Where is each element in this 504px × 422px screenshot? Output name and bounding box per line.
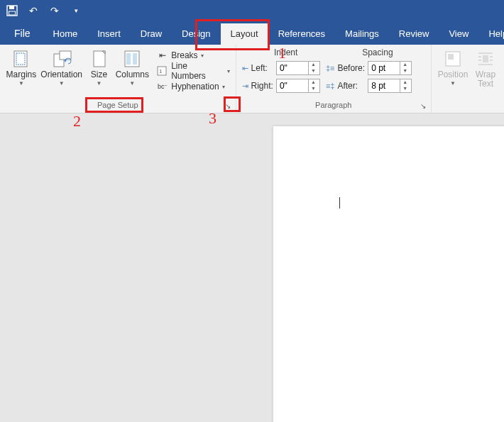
page-setup-dialog-launcher[interactable]: ↘ <box>223 101 233 111</box>
spin-down-icon[interactable]: ▼ <box>400 86 410 92</box>
indent-left-field[interactable] <box>277 62 308 74</box>
spin-up-icon[interactable]: ▲ <box>309 79 318 86</box>
annotation-number-2: 2 <box>73 112 81 131</box>
tab-help[interactable]: Help <box>478 23 504 45</box>
spacing-before-input[interactable]: ▲▼ <box>368 61 412 75</box>
svg-rect-2 <box>9 11 16 15</box>
position-icon <box>444 49 461 69</box>
indent-left-icon: ⇤ <box>242 64 248 73</box>
save-icon[interactable] <box>6 4 18 17</box>
indent-right-icon: ⇥ <box>242 82 248 91</box>
line-numbers-label: Line Numbers <box>171 61 224 81</box>
spacing-before-label: Before: <box>337 63 365 73</box>
chevron-down-icon: ▼ <box>18 80 24 87</box>
spin-up-icon[interactable]: ▲ <box>400 79 410 86</box>
line-numbers-button[interactable]: 1 Line Numbers ▾ <box>155 63 231 79</box>
group-label-page-setup: Page Setup ↘ <box>0 100 236 113</box>
columns-label: Columns <box>116 70 149 79</box>
size-label: Size <box>91 70 107 79</box>
margins-label: Margins <box>6 70 37 79</box>
spacing-after-field[interactable] <box>368 79 400 92</box>
tab-references[interactable]: References <box>268 23 335 45</box>
customize-qat-icon[interactable]: ▾ <box>70 4 82 17</box>
chevron-down-icon: ▼ <box>450 80 456 87</box>
svg-rect-17 <box>448 54 454 60</box>
redo-icon[interactable]: ↷ <box>48 4 61 17</box>
quick-access-toolbar: ↶ ↷ ▾ <box>0 0 504 21</box>
annotation-number-1: 1 <box>278 44 286 62</box>
group-paragraph: Indent Spacing ⇤ Left: ▲▼ ⇥ Right: ▲▼ <box>236 45 432 113</box>
breaks-label: Breaks <box>171 50 197 60</box>
chevron-down-icon: ▼ <box>97 80 102 87</box>
svg-rect-13 <box>133 53 137 65</box>
columns-icon <box>124 49 141 69</box>
ribbon: Margins ▼ Orientation ▼ Size ▼ <box>0 45 504 113</box>
spacing-after-label: After: <box>337 81 365 91</box>
tab-review[interactable]: Review <box>389 23 439 45</box>
page[interactable] <box>273 126 504 422</box>
svg-rect-18 <box>483 55 488 62</box>
tab-file[interactable]: File <box>4 23 43 45</box>
indent-left-label: Left: <box>251 63 273 73</box>
tab-mailings[interactable]: Mailings <box>335 23 389 45</box>
indent-right-label: Right: <box>251 81 273 91</box>
hyphenation-label: Hyphenation <box>171 82 219 91</box>
ribbon-tabs: File Home Insert Draw Design Layout Refe… <box>0 21 504 45</box>
line-numbers-icon: 1 <box>157 66 168 76</box>
svg-text:1: 1 <box>159 68 163 74</box>
svg-marker-8 <box>64 60 67 62</box>
svg-rect-12 <box>126 53 131 65</box>
indent-right-field[interactable] <box>277 79 308 92</box>
breaks-icon: ⇤ <box>157 50 168 60</box>
indent-left-input[interactable]: ▲▼ <box>276 61 320 75</box>
chevron-down-icon: ▾ <box>222 84 225 90</box>
svg-rect-1 <box>9 6 14 9</box>
text-cursor <box>339 197 340 209</box>
hyphenation-icon: bc⁻ <box>157 83 168 90</box>
spin-up-icon[interactable]: ▲ <box>309 62 318 68</box>
position-button: Position ▼ <box>436 48 470 87</box>
tab-view[interactable]: View <box>439 23 478 45</box>
margins-button[interactable]: Margins ▼ <box>4 48 38 87</box>
paragraph-dialog-launcher[interactable]: ↘ <box>418 101 428 111</box>
tab-layout[interactable]: Layout <box>221 23 268 45</box>
wrap-text-button: Wrap Text <box>471 48 500 89</box>
spacing-after-input[interactable]: ▲▼ <box>368 79 412 93</box>
wrap-text-label: Wrap Text <box>471 70 500 89</box>
spin-down-icon[interactable]: ▼ <box>400 68 410 74</box>
indent-right-input[interactable]: ▲▼ <box>276 79 320 93</box>
hyphenation-button[interactable]: bc⁻ Hyphenation ▾ <box>155 79 231 94</box>
tab-home[interactable]: Home <box>43 23 88 45</box>
spacing-before-field[interactable] <box>368 62 400 74</box>
chevron-down-icon: ▼ <box>129 80 135 87</box>
group-page-setup: Margins ▼ Orientation ▼ Size ▼ <box>0 45 236 113</box>
chevron-down-icon: ▾ <box>201 52 204 59</box>
spin-down-icon[interactable]: ▼ <box>309 68 318 74</box>
spacing-before-icon: ‡≡ <box>326 64 335 72</box>
group-arrange: Position ▼ Wrap Text <box>432 45 504 113</box>
orientation-label: Orientation <box>40 70 82 79</box>
tab-draw[interactable]: Draw <box>131 23 172 45</box>
size-icon <box>92 49 107 69</box>
chevron-down-icon: ▼ <box>59 80 65 87</box>
spin-down-icon[interactable]: ▼ <box>309 86 318 92</box>
group-label-paragraph: Paragraph ↘ <box>236 100 431 113</box>
orientation-button[interactable]: Orientation ▼ <box>40 48 84 87</box>
chevron-down-icon: ▾ <box>227 68 230 74</box>
spin-up-icon[interactable]: ▲ <box>400 62 410 68</box>
tab-insert[interactable]: Insert <box>87 23 131 45</box>
undo-icon[interactable]: ↶ <box>27 4 40 17</box>
wrap-text-icon <box>477 49 494 69</box>
svg-rect-9 <box>94 51 105 67</box>
annotation-number-3: 3 <box>209 109 217 128</box>
size-button[interactable]: Size ▼ <box>85 48 114 87</box>
group-label-arrange <box>432 100 504 113</box>
tab-design[interactable]: Design <box>172 23 220 45</box>
orientation-icon <box>51 49 72 69</box>
document-area[interactable] <box>0 113 504 422</box>
spacing-after-icon: ≡‡ <box>326 82 335 90</box>
columns-button[interactable]: Columns ▼ <box>114 48 150 87</box>
spacing-heading: Spacing <box>362 48 393 57</box>
position-label: Position <box>438 70 469 79</box>
margins-icon <box>12 49 31 69</box>
